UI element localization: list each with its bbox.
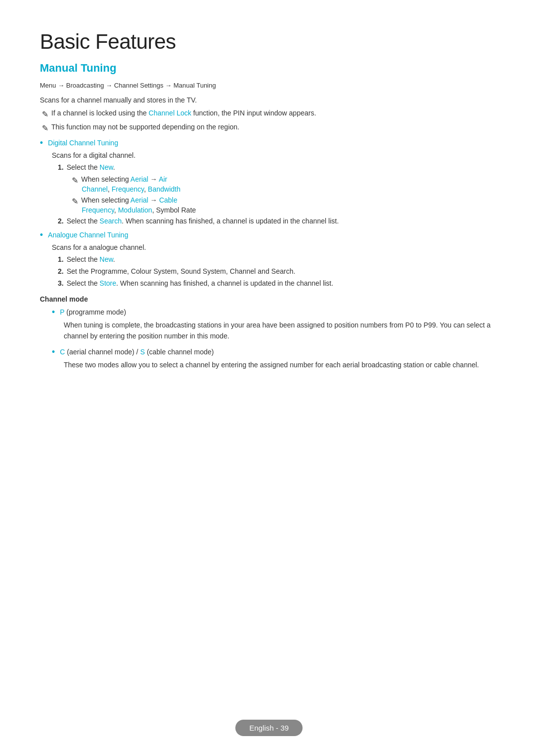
section-heading: Manual Tuning (40, 62, 498, 75)
p-mode-desc: When tuning is complete, the broadcastin… (52, 320, 498, 342)
cs-mode-bullet-row: • C (aerial channel mode) / S (cable cha… (52, 348, 498, 357)
c-link: C (60, 348, 65, 356)
analogue-step-3-num: 3. (58, 279, 64, 287)
analogue-channel-section: • Analogue Channel Tuning Scans for a an… (40, 231, 498, 287)
analogue-step-2: 2. Set the Programme, Colour System, Sou… (52, 267, 498, 275)
p-mode-item: • P (programme mode) When tuning is comp… (40, 308, 498, 342)
analogue-step-1: 1. Select the New. (52, 255, 498, 263)
digital-channel-bullet: • Digital Channel Tuning (40, 139, 498, 148)
digital-new-link: New (100, 163, 113, 171)
digital-sub-note-air-inner: ✎ When selecting Aerial → Air (72, 175, 498, 185)
cs-mode-label: C (aerial channel mode) / S (cable chann… (60, 348, 214, 356)
p-link: P (60, 308, 64, 316)
digital-sub-note-air: ✎ When selecting Aerial → Air Channel, F… (52, 175, 498, 193)
analogue-new-link: New (100, 255, 113, 263)
channel-link: Channel (82, 185, 108, 193)
note-text-1: If a channel is locked using the Channel… (51, 109, 316, 117)
breadcrumb-manual-tuning: Manual Tuning (173, 82, 216, 89)
note-text-2: This function may not be supported depen… (51, 123, 239, 131)
breadcrumb-arrow1: → (58, 82, 66, 89)
air-link: Air (159, 175, 167, 183)
channel-mode-section: Channel mode • P (programme mode) When t… (40, 295, 498, 370)
note-icon-1: ✎ (42, 109, 48, 119)
s-link: S (140, 348, 144, 356)
p-mode-bullet-dot: • (52, 307, 55, 318)
frequency-link-2: Frequency (82, 206, 114, 214)
digital-step-2: 2. Select the Search. When scanning has … (52, 217, 498, 225)
aerial-link-1: Aerial (131, 175, 148, 183)
digital-search-link: Search (100, 217, 122, 225)
bullet-dot-analogue: • (40, 230, 43, 240)
modulation-link: Modulation (118, 206, 152, 214)
analogue-step-3: 3. Select the Store. When scanning has f… (52, 279, 498, 287)
breadcrumb: Menu → Broadcasting → Channel Settings →… (40, 82, 498, 89)
digital-step-2-text: Select the Search. When scanning has fin… (67, 217, 339, 225)
digital-sub-note-cable-inner: ✎ When selecting Aerial → Cable (72, 196, 498, 206)
digital-step-1: 1. Select the New. (52, 163, 498, 171)
page-title: Basic Features (40, 30, 498, 54)
intro-text: Scans for a channel manually and stores … (40, 96, 498, 104)
sub-note-text-aerial-air: When selecting Aerial → Air (81, 175, 167, 183)
footer-page-number: English - 39 (235, 720, 302, 736)
cs-mode-item: • C (aerial channel mode) / S (cable cha… (40, 348, 498, 370)
digital-step-1-text: Select the New. (67, 163, 115, 171)
cable-sub-items: Frequency, Modulation, Symbol Rate (72, 206, 498, 214)
aerial-link-2: Aerial (131, 196, 148, 204)
analogue-step-3-text: Select the Store. When scanning has fini… (67, 279, 333, 287)
channel-lock-link: Channel Lock (148, 109, 191, 117)
digital-step-1-num: 1. (58, 163, 64, 171)
digital-step-2-num: 2. (58, 217, 64, 225)
frequency-link-1: Frequency (112, 185, 144, 193)
breadcrumb-arrow2: → (106, 82, 114, 89)
air-sub-items: Channel, Frequency, Bandwidth (72, 185, 498, 193)
analogue-store-link: Store (100, 279, 116, 287)
analogue-channel-intro: Scans for a analogue channel. (52, 243, 498, 251)
analogue-channel-content: Scans for a analogue channel. 1. Select … (40, 243, 498, 287)
note-region: ✎ This function may not be supported dep… (40, 123, 498, 133)
digital-channel-label: Digital Channel Tuning (48, 139, 118, 147)
analogue-step-2-text: Set the Programme, Colour System, Sound … (67, 267, 295, 275)
digital-channel-content: Scans for a digital channel. 1. Select t… (40, 151, 498, 225)
analogue-channel-bullet: • Analogue Channel Tuning (40, 231, 498, 240)
note-icon-aerial-air: ✎ (72, 176, 78, 185)
breadcrumb-menu: Menu (40, 82, 56, 89)
channel-mode-heading: Channel mode (40, 295, 498, 303)
note-icon-aerial-cable: ✎ (72, 197, 78, 206)
cs-mode-desc: These two modes allow you to select a ch… (52, 359, 498, 370)
digital-sub-note-cable: ✎ When selecting Aerial → Cable Frequenc… (52, 196, 498, 214)
bullet-dot-digital: • (40, 138, 43, 148)
breadcrumb-channel-settings: Channel Settings (114, 82, 163, 89)
analogue-step-1-text: Select the New. (67, 255, 115, 263)
breadcrumb-broadcasting: Broadcasting (66, 82, 104, 89)
analogue-channel-label: Analogue Channel Tuning (48, 231, 128, 239)
p-mode-label: P (programme mode) (60, 308, 126, 316)
analogue-step-1-num: 1. (58, 255, 64, 263)
cs-mode-bullet-dot: • (52, 347, 55, 357)
breadcrumb-arrow3: → (165, 82, 174, 89)
digital-channel-intro: Scans for a digital channel. (52, 151, 498, 159)
cable-link: Cable (159, 196, 177, 204)
p-mode-bullet-row: • P (programme mode) (52, 308, 498, 318)
note-icon-2: ✎ (42, 123, 48, 133)
digital-channel-section: • Digital Channel Tuning Scans for a dig… (40, 139, 498, 225)
sub-note-text-aerial-cable: When selecting Aerial → Cable (81, 196, 177, 204)
note-channel-lock: ✎ If a channel is locked using the Chann… (40, 109, 498, 119)
analogue-step-2-num: 2. (58, 267, 64, 275)
bandwidth-link: Bandwidth (148, 185, 180, 193)
